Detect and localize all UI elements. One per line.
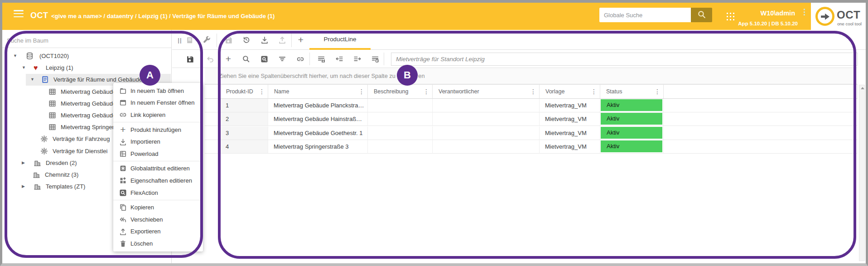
- breadcrumb[interactable]: <give me a name> / dataentry / Leipzig (…: [51, 13, 275, 19]
- menu-item[interactable]: Powerload: [113, 148, 203, 160]
- menu-item[interactable]: Verschieben: [113, 213, 203, 226]
- rows-history-icon[interactable]: [370, 54, 380, 64]
- cell-produkt_id[interactable]: 2: [220, 112, 268, 126]
- cell-verantwortlicher[interactable]: [433, 112, 540, 126]
- tree-expander-icon[interactable]: ▶: [22, 160, 25, 165]
- user-menu-kebab-icon[interactable]: ⋮: [800, 8, 808, 16]
- copy-icon: [119, 203, 127, 211]
- collapse-columns-icon[interactable]: [334, 54, 344, 64]
- undo-icon[interactable]: [205, 54, 215, 64]
- plus-icon[interactable]: +: [223, 54, 233, 64]
- cell-produkt_id[interactable]: 3: [220, 126, 268, 140]
- global-search-input[interactable]: [599, 8, 691, 22]
- tree-expander-icon[interactable]: ▼: [13, 53, 17, 58]
- status-badge: Aktiv: [601, 113, 662, 125]
- grid-vertical-scrollbar[interactable]: [859, 85, 865, 261]
- rows-save-icon[interactable]: [316, 54, 326, 64]
- link-icon[interactable]: [295, 54, 305, 64]
- save-icon[interactable]: [185, 54, 195, 64]
- column-header[interactable]: Name⋮: [268, 84, 368, 99]
- cell-beschreibung[interactable]: [368, 126, 433, 140]
- search-icon[interactable]: [241, 54, 251, 64]
- cell-beschreibung[interactable]: [368, 112, 433, 126]
- import-icon[interactable]: [260, 35, 270, 45]
- tree-expander-icon[interactable]: ▶: [22, 184, 25, 189]
- tree-search-input[interactable]: [7, 34, 156, 46]
- report-icon[interactable]: [184, 35, 194, 45]
- export-icon[interactable]: [277, 35, 287, 45]
- column-header[interactable]: Produkt-ID⋮: [220, 84, 268, 99]
- group-by-dropzone[interactable]: Ziehen Sie eine Spaltenüberschrift hierh…: [205, 68, 858, 84]
- menu-item[interactable]: Exportieren: [113, 226, 203, 238]
- menu-item-label: In neuem Tab öffnen: [130, 87, 184, 94]
- cell-verantwortlicher[interactable]: [433, 140, 540, 154]
- save-icon[interactable]: [223, 35, 233, 45]
- import-icon: [119, 138, 127, 145]
- plus-icon[interactable]: +: [296, 35, 306, 45]
- boxed-search-icon[interactable]: [259, 54, 269, 64]
- column-header-label: Status: [606, 88, 622, 95]
- expand-columns-icon[interactable]: [352, 54, 362, 64]
- cell-produkt_id[interactable]: 1: [220, 99, 268, 112]
- column-menu-kebab-icon[interactable]: ⋮: [530, 85, 536, 99]
- cell-vorlage[interactable]: Mietvertrag_VM: [540, 126, 600, 140]
- cell-status[interactable]: Aktiv: [600, 112, 664, 126]
- global-search-button[interactable]: [691, 8, 712, 22]
- user-label[interactable]: W10\admin: [760, 10, 795, 17]
- history-icon[interactable]: [241, 35, 251, 45]
- tab-productline[interactable]: ProductLine: [309, 30, 371, 50]
- cell-status[interactable]: Aktiv: [600, 99, 664, 112]
- new-window-icon: [119, 99, 127, 106]
- cell-name[interactable]: Mietvertrag Gebäude Goethestr. 1: [268, 126, 368, 140]
- column-header[interactable]: Beschreibung⋮: [368, 84, 433, 99]
- column-header[interactable]: Vorlage⋮: [540, 84, 600, 99]
- hamburger-menu-icon[interactable]: [14, 10, 24, 18]
- cell-verantwortlicher[interactable]: [433, 99, 540, 112]
- contract-icon: [41, 76, 49, 83]
- logo-text: OCT: [837, 9, 860, 21]
- tree-expander-icon[interactable]: ▼: [22, 65, 26, 70]
- menu-item[interactable]: Kopieren: [113, 201, 203, 213]
- cell-name[interactable]: Mietvertrag Springerstraße 3: [268, 140, 368, 154]
- menu-item[interactable]: Eigenschaften editieren: [113, 174, 203, 187]
- column-header[interactable]: Verantwortlicher⋮: [433, 84, 540, 99]
- apps-grid-icon[interactable]: [726, 12, 735, 21]
- menu-item[interactable]: FlexAction: [113, 187, 203, 199]
- menu-item-label: FlexAction: [130, 189, 158, 196]
- column-menu-kebab-icon[interactable]: ⋮: [259, 85, 265, 99]
- cell-status[interactable]: Aktiv: [600, 140, 664, 154]
- menu-item[interactable]: Globalattribut editieren: [113, 163, 203, 175]
- grid-filter-input[interactable]: [391, 53, 858, 66]
- application-window: OCT <give me a name> / dataentry / Leipz…: [0, 0, 868, 266]
- cell-beschreibung[interactable]: [368, 99, 433, 112]
- column-menu-kebab-icon[interactable]: ⋮: [358, 85, 365, 99]
- cell-empty: [205, 112, 220, 126]
- cell-produkt_id[interactable]: 4: [220, 140, 268, 154]
- search-icon: [697, 10, 706, 20]
- column-menu-kebab-icon[interactable]: ⋮: [591, 85, 597, 99]
- menu-item[interactable]: Löschen: [113, 237, 203, 250]
- global-attribute-icon: [119, 164, 127, 172]
- menu-item[interactable]: Importieren: [113, 135, 203, 148]
- column-header[interactable]: Status⋮: [600, 84, 664, 99]
- menu-item[interactable]: In neuem Fenster öffnen: [113, 97, 203, 109]
- toolbar-divider: [384, 53, 384, 65]
- cell-verantwortlicher[interactable]: [433, 126, 540, 140]
- tree-expander-icon[interactable]: ▼: [30, 77, 34, 82]
- cell-name[interactable]: Mietvertrag Gebäude Hainstraß…: [268, 112, 368, 126]
- cell-vorlage[interactable]: Mietvertrag_VM: [540, 112, 600, 126]
- cell-name[interactable]: Mietvertrag Gebäude Planckstra…: [268, 99, 368, 112]
- cell-vorlage[interactable]: Mietvertrag_VM: [540, 140, 600, 154]
- menu-item[interactable]: +Produkt hinzufügen: [113, 124, 203, 136]
- menu-item[interactable]: Link kopieren: [113, 109, 203, 121]
- tree-item[interactable]: ▼(OCT1020): [2, 50, 172, 62]
- wrench-icon[interactable]: [202, 35, 212, 45]
- menu-item[interactable]: In neuem Tab öffnen: [113, 85, 203, 97]
- column-menu-kebab-icon[interactable]: ⋮: [654, 85, 661, 99]
- filter-icon[interactable]: [277, 54, 287, 64]
- cell-beschreibung[interactable]: [368, 140, 433, 154]
- cell-status[interactable]: Aktiv: [600, 126, 664, 140]
- panel-drag-handle[interactable]: ||: [175, 35, 185, 45]
- column-menu-kebab-icon[interactable]: ⋮: [423, 85, 429, 99]
- cell-vorlage[interactable]: Mietvertrag_VM: [540, 99, 600, 112]
